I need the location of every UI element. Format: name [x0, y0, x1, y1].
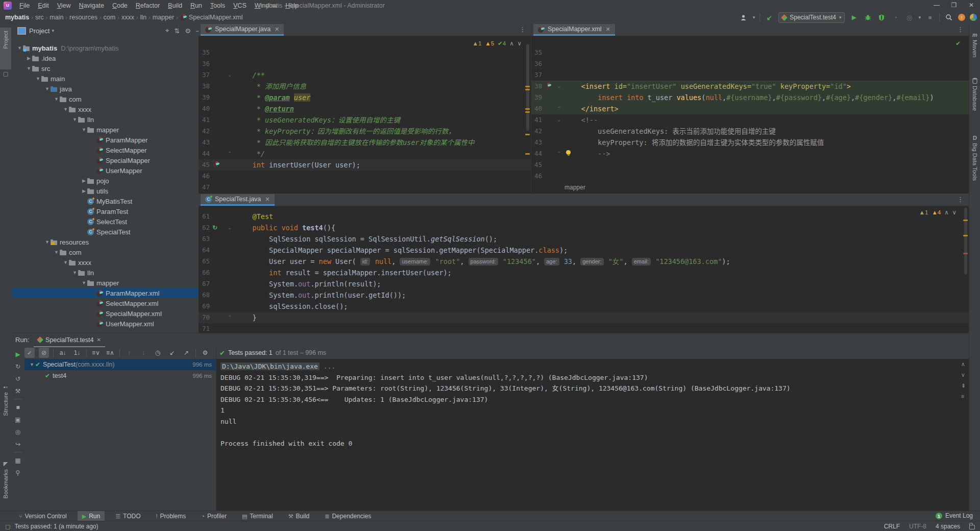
editor-scrollbar[interactable]: [526, 44, 529, 131]
toolwindow-button-version-control[interactable]: ⑂Version Control: [14, 511, 71, 521]
run-configuration-select[interactable]: SpecialTest.test4 ▾: [778, 12, 845, 23]
tree-collapse-arrow-icon[interactable]: ▼: [35, 76, 41, 81]
show-ignored-icon[interactable]: ⊘: [39, 348, 49, 358]
console-scroll-icon[interactable]: ∧: [961, 361, 966, 368]
xml-breadcrumb[interactable]: mapper: [565, 184, 585, 191]
tab-options-kebab-icon[interactable]: ⋮: [957, 196, 964, 203]
menu-run[interactable]: Run: [186, 0, 206, 11]
tree-collapse-arrow-icon[interactable]: ▼: [29, 362, 35, 367]
tree-item-selectmapper-xml[interactable]: SelectMapper.xml: [11, 298, 199, 308]
next-problem-icon[interactable]: ∨: [952, 209, 957, 216]
menu-code[interactable]: Code: [108, 0, 132, 11]
tree-collapse-arrow-icon[interactable]: ▼: [16, 45, 23, 51]
tree-collapse-arrow-icon[interactable]: ▼: [26, 66, 32, 71]
tree-item-resources[interactable]: ▼resources: [11, 237, 199, 247]
tab-specialtest-java[interactable]: C SpecialTest.java ✕: [201, 194, 275, 206]
tree-item-selectmapper[interactable]: SelectMapper: [11, 145, 199, 155]
tool-tab-bookmarks[interactable]: ◤ Bookmarks: [0, 457, 11, 515]
menu-vcs[interactable]: VCS: [229, 0, 251, 11]
debug-button[interactable]: [863, 13, 872, 22]
tree-item-parammapper[interactable]: ParamMapper: [11, 135, 199, 145]
test-tree-row[interactable]: ▼✔SpecialTest (com.xxxx.lln)996 ms: [24, 359, 216, 370]
project-panel-header[interactable]: Project ▾ ⌖ ⇅ ⚙ ─: [11, 25, 205, 37]
tree-item-pojo[interactable]: ▶pojo: [11, 176, 199, 186]
menu-tools[interactable]: Tools: [206, 0, 229, 11]
breadcrumb-item[interactable]: main: [50, 14, 63, 21]
tree-item-com[interactable]: ▼com: [11, 247, 199, 257]
fold-marker-icon[interactable]: ⌃: [228, 148, 232, 159]
toolwindow-button-problems[interactable]: !Problems: [151, 511, 190, 521]
stop-button[interactable]: ■: [925, 13, 935, 22]
menu-edit[interactable]: Edit: [34, 0, 53, 11]
tree-item-specialmapper[interactable]: SpecialMapper: [11, 155, 199, 165]
tree-collapse-arrow-icon[interactable]: ▼: [44, 86, 51, 91]
next-failed-icon[interactable]: ↓: [138, 348, 149, 358]
toolwindow-button-todo[interactable]: ☰TODO: [111, 511, 145, 521]
breadcrumb-item[interactable]: lln: [140, 14, 147, 21]
inspections-widget[interactable]: ▲1▲4∧∨: [919, 209, 957, 216]
toolwindow-button-profiler[interactable]: ◔Profiler: [197, 511, 231, 521]
maximize-button[interactable]: ❐: [945, 0, 963, 11]
tree-item-specialmapper-xml[interactable]: SpecialMapper.xml: [11, 308, 199, 319]
test-tree-row[interactable]: ✔test4 996 ms: [24, 370, 216, 381]
readonly-lock-icon[interactable]: [969, 525, 975, 529]
tree-item-mybatis[interactable]: ▼mybatisD:\program\mybatis: [11, 43, 199, 53]
test-passed-gutter-icon[interactable]: ↻: [212, 224, 217, 231]
tree-item-java[interactable]: ▼java: [11, 84, 199, 94]
tree-item--idea[interactable]: ▶.idea: [11, 53, 199, 63]
intention-bulb-icon[interactable]: [566, 150, 571, 155]
settings-icon[interactable]: ⚙: [200, 348, 210, 358]
console-scroll-icon[interactable]: ∨: [961, 372, 966, 378]
tree-collapse-arrow-icon[interactable]: ▼: [71, 270, 78, 275]
tree-item-main[interactable]: ▼main: [11, 74, 199, 84]
toolwindow-button-terminal[interactable]: ▤Terminal: [237, 511, 278, 521]
indent-widget[interactable]: 4 spaces: [936, 523, 960, 530]
encoding-widget[interactable]: UTF-8: [909, 523, 926, 530]
tree-item-xxxx[interactable]: ▼xxxx: [11, 257, 199, 268]
sort-alphabetically-icon[interactable]: a↓: [58, 348, 68, 358]
toolwindow-button-dependencies[interactable]: ≣Dependencies: [320, 511, 376, 521]
tree-item-xxxx[interactable]: ▼xxxx: [11, 104, 199, 114]
attach-debugger-icon[interactable]: ◎: [904, 13, 914, 22]
close-tab-icon[interactable]: ✕: [97, 337, 101, 343]
tab-options-kebab-icon[interactable]: ⋮: [519, 26, 526, 33]
tool-tab-maven[interactable]: m Maven: [969, 29, 980, 75]
fold-marker-icon[interactable]: ⌃: [557, 148, 561, 159]
expand-collapse-icon[interactable]: ⇅: [174, 27, 180, 35]
minimize-button[interactable]: —: [928, 0, 945, 11]
tab-specialmapper-xml[interactable]: SpecialMapper.xml ✕: [533, 24, 615, 36]
menu-navigate[interactable]: Navigate: [75, 0, 108, 11]
breadcrumb-item[interactable]: mybatis: [5, 14, 29, 21]
breadcrumb-item[interactable]: com: [104, 14, 116, 21]
locate-file-icon[interactable]: ⌖: [165, 27, 169, 35]
tree-collapse-arrow-icon[interactable]: ▼: [53, 96, 60, 102]
export-results-icon[interactable]: ↗: [181, 348, 191, 358]
console-scroll-icon[interactable]: ⇟: [961, 382, 966, 389]
rerun-button[interactable]: ▶: [14, 350, 22, 358]
vcs-update-icon[interactable]: ↙: [765, 13, 774, 22]
project-panel-icon[interactable]: ▢: [0, 67, 11, 84]
stop-icon[interactable]: ■: [14, 403, 22, 412]
settings-gear-icon[interactable]: ⚙: [185, 27, 191, 35]
run-tab[interactable]: SpecialTest.test4 ✕: [34, 333, 105, 347]
tree-collapse-arrow-icon[interactable]: ▼: [81, 127, 87, 132]
tree-collapse-arrow-icon[interactable]: ▼: [62, 260, 69, 265]
tab-options-kebab-icon[interactable]: ⋮: [957, 26, 964, 33]
profiler-button[interactable]: ◔: [891, 13, 900, 22]
tree-collapse-arrow-icon[interactable]: ▼: [53, 250, 60, 255]
search-everywhere-icon[interactable]: [944, 13, 953, 22]
fold-marker-icon[interactable]: ⌃: [228, 312, 232, 323]
fold-marker-icon[interactable]: ⌃: [557, 103, 561, 114]
inspections-widget[interactable]: ✔: [955, 40, 961, 47]
fold-marker-icon[interactable]: ⌄: [228, 222, 232, 233]
tree-item-lln[interactable]: ▼lln: [11, 268, 199, 278]
tab-specialmapper-java[interactable]: SpecialMapper.java ✕: [201, 24, 284, 36]
fold-marker-icon[interactable]: ⌄: [228, 69, 232, 81]
close-button[interactable]: ✕: [963, 0, 980, 11]
pin-tab-icon[interactable]: ⚲: [14, 468, 22, 477]
previous-problem-icon[interactable]: ∧: [509, 40, 513, 47]
toolwindow-button-run[interactable]: ▶Run: [78, 511, 105, 521]
tree-item-lln[interactable]: ▼lln: [11, 114, 199, 125]
previous-problem-icon[interactable]: ∧: [944, 209, 948, 216]
tree-item-com[interactable]: ▼com: [11, 94, 199, 104]
